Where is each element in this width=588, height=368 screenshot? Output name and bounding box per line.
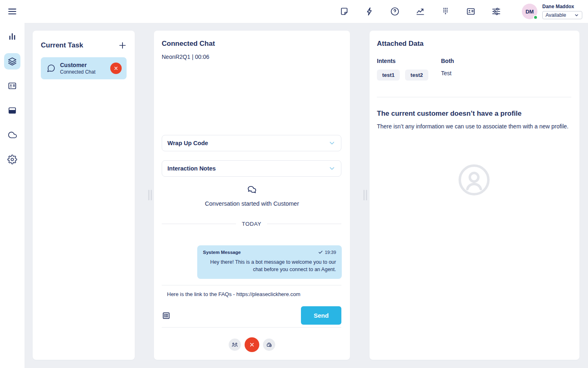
attached-data-panel: Attached Data Intents test1 test2 Both T… (370, 31, 579, 360)
no-profile-body: There isn’t any information we can use t… (377, 122, 570, 131)
wrap-up-code-accordion[interactable]: Wrap Up Code (162, 135, 341, 151)
cloud-icon (7, 130, 17, 140)
chat-panel: Connected Chat NeonR2Q1 | 00:06 Wrap Up … (154, 31, 350, 360)
sidebar-item-interactions[interactable] (4, 53, 20, 70)
content-area: Current Task Customer Connected Chat (24, 23, 588, 368)
transfer-icon (231, 341, 238, 348)
send-button[interactable]: Send (301, 306, 341, 325)
chat-title: Connected Chat (162, 40, 215, 48)
interaction-notes-accordion[interactable]: Interaction Notes (162, 160, 341, 177)
attached-data-title: Attached Data (377, 40, 423, 48)
hamburger-menu-button[interactable] (7, 6, 18, 17)
wrap-up-code-label: Wrap Up Code (167, 140, 208, 146)
transfer-button[interactable] (229, 339, 241, 351)
conversation-started-block: Conversation started with Customer (154, 184, 350, 207)
interaction-notes-label: Interaction Notes (167, 165, 216, 172)
profile-placeholder (458, 164, 490, 198)
hamburger-icon (7, 6, 18, 17)
contact-card-icon (7, 81, 17, 91)
current-task-title: Current Task (41, 41, 83, 49)
status-select[interactable]: Available (542, 11, 582, 19)
divider (377, 97, 571, 97)
analytics-icon (415, 7, 425, 16)
both-label: Both (441, 58, 454, 64)
sidebar-item-browser[interactable] (4, 102, 20, 119)
bar-chart-icon (7, 32, 17, 42)
sliders-icon (491, 7, 501, 16)
layers-icon (7, 56, 17, 66)
note-icon (339, 7, 349, 16)
chat-action-bar (154, 337, 350, 352)
system-message-bubble: System Message 19:39 Hey there! This is … (197, 245, 342, 279)
chat-bubbles-icon (246, 184, 258, 196)
panel-resize-handle[interactable] (148, 190, 152, 200)
help-icon (390, 7, 400, 16)
notes-button[interactable] (339, 6, 350, 17)
attached-data-fields: Intents test1 test2 Both Test (377, 58, 571, 81)
divider (162, 327, 341, 328)
dialpad-button[interactable] (440, 6, 451, 17)
sidebar-item-analytics[interactable] (4, 29, 20, 45)
device-button[interactable] (263, 339, 275, 351)
intent-chip[interactable]: test1 (377, 70, 400, 81)
canned-responses-button[interactable] (162, 311, 171, 320)
preferences-button[interactable] (491, 6, 501, 17)
user-block: DM Dane Maddox Available (522, 4, 582, 19)
window-icon (7, 105, 17, 115)
intent-chip[interactable]: test2 (405, 70, 428, 81)
dialpad-icon (441, 7, 450, 16)
check-icon (318, 250, 323, 255)
contact-directory-button[interactable] (466, 6, 476, 17)
lightning-icon (365, 7, 374, 16)
avatar[interactable]: DM (522, 4, 537, 19)
avatar-initials: DM (526, 9, 534, 15)
side-nav (0, 23, 24, 368)
both-value: Test (441, 70, 454, 76)
chat-session-info: NeonR2Q1 | 00:06 (162, 54, 209, 60)
divider (162, 285, 341, 285)
add-task-button[interactable] (118, 40, 127, 50)
gear-icon (7, 155, 17, 164)
plus-icon (118, 41, 127, 50)
message-sender: System Message (203, 250, 241, 255)
app-body: Current Task Customer Connected Chat (0, 23, 588, 368)
task-subtitle: Connected Chat (60, 69, 96, 75)
close-icon (249, 342, 255, 348)
device-icon (265, 341, 273, 348)
message-text: Hey there! This is a bot message to welc… (203, 258, 336, 273)
analytics-button[interactable] (415, 6, 425, 17)
day-divider: TODAY (162, 221, 341, 227)
status-select-value: Available (546, 12, 566, 18)
day-divider-label: TODAY (242, 221, 261, 227)
sidebar-item-contacts[interactable] (4, 78, 20, 94)
end-chat-button[interactable] (245, 337, 259, 352)
chevron-down-icon (328, 165, 336, 172)
quick-actions-button[interactable] (364, 6, 375, 17)
sidebar-item-settings[interactable] (4, 151, 20, 168)
panel-resize-handle[interactable] (363, 190, 367, 200)
task-title: Customer (60, 62, 96, 68)
no-profile-heading: The current customer doesn’t have a prof… (377, 110, 521, 118)
topbar-actions: DM Dane Maddox Available (339, 4, 582, 19)
contact-card-icon (466, 7, 476, 16)
list-icon (162, 311, 171, 320)
task-list-item[interactable]: Customer Connected Chat (41, 57, 127, 79)
help-button[interactable] (390, 6, 400, 17)
end-task-button[interactable] (110, 63, 122, 74)
presence-dot (533, 15, 538, 20)
topbar: DM Dane Maddox Available (0, 0, 588, 23)
user-circle-icon (458, 164, 490, 196)
chat-bubble-icon (47, 64, 56, 73)
sidebar-item-cloud[interactable] (4, 127, 20, 143)
close-icon (114, 66, 118, 71)
message-time: 19:39 (325, 250, 336, 255)
current-task-panel: Current Task Customer Connected Chat (33, 31, 135, 360)
message-input[interactable]: Here is the link to the FAQs - https://p… (167, 291, 341, 297)
conversation-started-text: Conversation started with Customer (154, 200, 350, 207)
intents-label: Intents (377, 58, 441, 64)
chevron-down-icon (328, 139, 336, 147)
chevron-down-icon (574, 13, 579, 18)
user-name: Dane Maddox (542, 4, 582, 9)
